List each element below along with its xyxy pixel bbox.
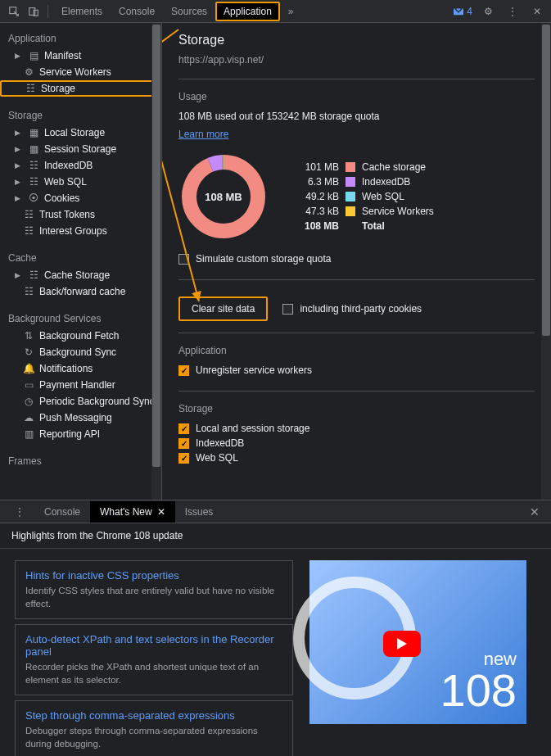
indexeddb-checkbox[interactable]: ✓ xyxy=(178,438,189,449)
sidebar-item-websql[interactable]: ▶☷Web SQL xyxy=(0,174,161,190)
sidebar-item-bg-fetch[interactable]: ⇅Background Fetch xyxy=(0,328,161,344)
cloud-icon: ☁ xyxy=(23,412,34,423)
sidebar-item-local-storage[interactable]: ▶▦Local Storage xyxy=(0,124,161,141)
usage-text: 108 MB used out of 153242 MB storage quo… xyxy=(178,111,535,122)
sidebar-item-reporting[interactable]: ▥Reporting API xyxy=(0,426,161,442)
hint-card[interactable]: Auto-detect XPath and text selectors in … xyxy=(15,624,293,695)
sidebar-item-session-storage[interactable]: ▶▦Session Storage xyxy=(0,141,161,157)
gear-icon[interactable]: ⚙ xyxy=(479,2,497,20)
sidebar-item-manifest[interactable]: ▶▤Manifest xyxy=(0,48,161,64)
sidebar-item-label: IndexedDB xyxy=(44,160,93,171)
legend-name: Service Workers xyxy=(362,206,434,217)
drawer-close-icon[interactable]: ✕ xyxy=(523,502,546,522)
database-icon: ☷ xyxy=(23,286,34,297)
hint-desc: Debugger steps through comma-separated e… xyxy=(25,725,282,750)
hint-card[interactable]: Step through comma-separated expressions… xyxy=(15,700,293,756)
simulate-quota-checkbox[interactable] xyxy=(178,254,189,265)
sidebar-scrollbar[interactable] xyxy=(151,23,161,500)
sidebar-item-label: Back/forward cache xyxy=(39,286,125,297)
legend-swatch xyxy=(346,192,355,201)
tab-sources[interactable]: Sources xyxy=(163,2,215,21)
more-tabs-icon[interactable]: » xyxy=(280,2,302,21)
grid-icon: ▦ xyxy=(28,143,39,155)
sidebar-item-interest-groups[interactable]: ☷Interest Groups xyxy=(0,223,161,239)
drawer-kebab-icon[interactable]: ⋮ xyxy=(5,501,34,523)
device-icon[interactable] xyxy=(25,2,43,20)
storage-legend: 101 MBCache storage 6.3 MBIndexedDB 49.2… xyxy=(293,160,434,233)
sync-icon: ↻ xyxy=(23,346,34,358)
sidebar-item-bg-sync[interactable]: ↻Background Sync xyxy=(0,344,161,360)
section-title-storage: Storage xyxy=(178,403,535,414)
document-icon: ▤ xyxy=(28,50,39,61)
sidebar-heading-frames: Frames xyxy=(0,452,161,470)
clear-site-data-button[interactable]: Clear site data xyxy=(178,297,268,321)
database-icon: ☷ xyxy=(28,160,39,171)
legend-swatch xyxy=(346,177,355,187)
sidebar-item-label: Notifications xyxy=(39,363,93,374)
close-icon[interactable]: ✕ xyxy=(157,506,165,518)
sidebar-item-label: Reporting API xyxy=(39,428,100,440)
issues-badge[interactable]: 4 xyxy=(453,6,472,17)
hint-title: Auto-detect XPath and text selectors in … xyxy=(25,633,282,658)
sidebar-item-service-workers[interactable]: ⚙Service Workers xyxy=(0,64,161,80)
sidebar-item-label: Push Messaging xyxy=(39,412,112,423)
tab-console[interactable]: Console xyxy=(111,2,163,21)
kebab-icon[interactable]: ⋮ xyxy=(504,2,522,20)
sidebar-item-periodic-sync[interactable]: ◷Periodic Background Sync xyxy=(0,393,161,410)
sidebar-item-storage[interactable]: ☷Storage xyxy=(0,80,161,97)
sidebar-item-cookies[interactable]: ▶⦿Cookies xyxy=(0,190,161,206)
drawer-tab-whats-new[interactable]: What's New✕ xyxy=(90,501,175,523)
database-icon: ☷ xyxy=(23,225,34,237)
drawer-tab-console[interactable]: Console xyxy=(34,501,90,523)
inspect-icon[interactable] xyxy=(5,2,23,20)
report-icon: ▥ xyxy=(23,428,34,440)
cookie-icon: ⦿ xyxy=(28,192,39,204)
sidebar-item-label: Manifest xyxy=(44,50,81,61)
legend-total-value: 108 MB xyxy=(293,220,339,232)
sidebar-item-label: Payment Handler xyxy=(39,379,115,391)
svg-rect-1 xyxy=(29,7,35,15)
learn-more-link[interactable]: Learn more xyxy=(178,129,228,140)
sidebar-item-indexeddb[interactable]: ▶☷IndexedDB xyxy=(0,157,161,174)
third-party-label: including third-party cookies xyxy=(300,303,422,315)
devtools-toolbar: Elements Console Sources Application » 4… xyxy=(0,0,551,23)
drawer-tab-issues[interactable]: Issues xyxy=(175,501,224,523)
tab-application[interactable]: Application xyxy=(215,2,280,21)
third-party-checkbox[interactable] xyxy=(282,304,293,315)
drawer-tab-label: What's New xyxy=(100,506,152,518)
promo-video[interactable]: new 108 xyxy=(309,560,526,724)
websql-checkbox[interactable]: ✓ xyxy=(178,453,189,464)
content-scrollbar[interactable] xyxy=(541,23,551,500)
section-title-application: Application xyxy=(178,345,535,356)
sidebar-item-payment[interactable]: ▭Payment Handler xyxy=(0,377,161,393)
legend-swatch xyxy=(346,162,355,172)
card-icon: ▭ xyxy=(23,379,34,391)
drawer: ⋮ Console What's New✕ Issues ✕ Highlight… xyxy=(0,500,551,756)
legend-swatch xyxy=(346,206,355,216)
tab-elements[interactable]: Elements xyxy=(53,2,111,21)
database-icon: ☷ xyxy=(25,83,36,94)
sidebar-item-notifications[interactable]: 🔔Notifications xyxy=(0,360,161,377)
page-title: Storage xyxy=(178,33,535,48)
grid-icon: ▦ xyxy=(28,127,39,138)
sidebar-item-bfcache[interactable]: ☷Back/forward cache xyxy=(0,283,161,300)
legend-name: IndexedDB xyxy=(362,176,410,188)
database-icon: ☷ xyxy=(23,209,34,220)
sidebar-item-label: Trust Tokens xyxy=(39,209,95,220)
sidebar-item-trust-tokens[interactable]: ☷Trust Tokens xyxy=(0,206,161,223)
sidebar-item-label: Service Workers xyxy=(39,66,111,78)
sidebar-item-label: Background Fetch xyxy=(39,330,119,342)
checkbox-label: IndexedDB xyxy=(196,437,244,449)
sidebar-item-label: Storage xyxy=(41,83,75,94)
local-session-checkbox[interactable]: ✓ xyxy=(178,423,189,434)
legend-name: Cache storage xyxy=(362,161,426,173)
unregister-sw-checkbox[interactable]: ✓ xyxy=(178,365,189,376)
divider xyxy=(47,5,48,18)
legend-name: Web SQL xyxy=(362,191,404,202)
hint-card[interactable]: Hints for inactive CSS properties Identi… xyxy=(15,560,293,619)
sidebar-item-cache-storage[interactable]: ▶☷Cache Storage xyxy=(0,267,161,283)
sidebar-item-label: Cache Storage xyxy=(44,269,110,281)
close-icon[interactable]: ✕ xyxy=(528,2,546,20)
promo-version: 108 xyxy=(440,670,517,711)
sidebar-item-push[interactable]: ☁Push Messaging xyxy=(0,410,161,426)
